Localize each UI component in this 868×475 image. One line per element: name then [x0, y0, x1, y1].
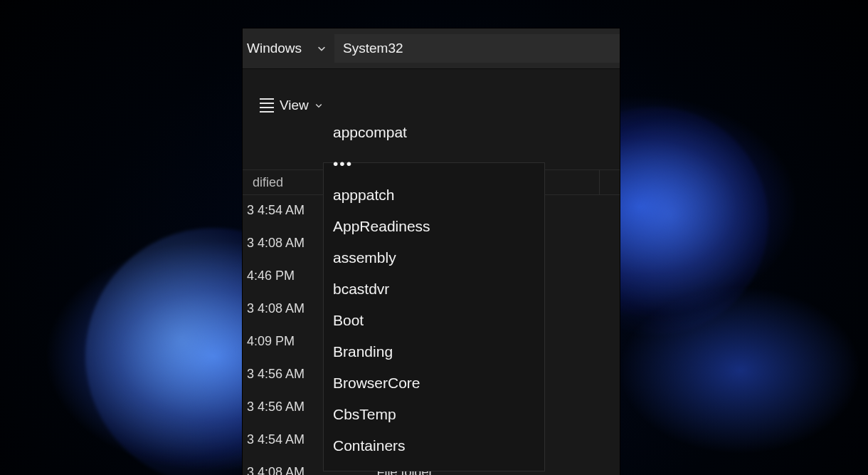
- view-button[interactable]: View: [243, 93, 327, 118]
- cell-modified: 3 4:54 AM: [243, 203, 330, 218]
- folder-dropdown-item[interactable]: AppReadiness: [333, 211, 538, 242]
- file-explorer-window: Windows System32 View dified Type Size 3…: [243, 28, 620, 475]
- cell-modified: 3 4:54 AM: [243, 432, 330, 447]
- list-icon: [260, 98, 274, 113]
- breadcrumb-current[interactable]: System32: [334, 28, 413, 68]
- cell-modified: 3 4:08 AM: [243, 236, 330, 251]
- folder-dropdown-item[interactable]: Boot: [333, 305, 538, 336]
- cell-modified: 4:09 PM: [243, 334, 330, 349]
- folder-dropdown-item[interactable]: Containers: [333, 430, 538, 461]
- chevron-down-icon[interactable]: [312, 37, 332, 60]
- breadcrumb-current-area[interactable]: System32: [334, 34, 620, 63]
- cell-modified: 3 4:56 AM: [243, 400, 330, 414]
- folder-dropdown-panel[interactable]: appcompat•••apppatchAppReadinessassembly…: [326, 113, 542, 469]
- folder-dropdown-item[interactable]: apppatch: [333, 179, 538, 211]
- folder-dropdown-item[interactable]: assembly: [333, 242, 538, 273]
- cell-modified: 3 4:56 AM: [243, 367, 330, 382]
- cell-modified: 3 4:08 AM: [243, 301, 330, 316]
- more-button[interactable]: •••: [333, 148, 538, 179]
- folder-dropdown-item[interactable]: Branding: [333, 336, 538, 367]
- col-spacer: [600, 170, 620, 194]
- breadcrumb-parent[interactable]: Windows: [243, 28, 312, 68]
- folder-dropdown-item[interactable]: appcompat: [333, 117, 538, 148]
- cell-modified: 4:46 PM: [243, 268, 330, 283]
- chevron-down-icon: [314, 98, 323, 113]
- folder-dropdown-item[interactable]: bcastdvr: [333, 273, 538, 305]
- folder-dropdown-item[interactable]: CbsTemp: [333, 399, 538, 430]
- cell-modified: 3 4:08 AM: [243, 465, 330, 476]
- address-bar[interactable]: Windows System32: [243, 28, 620, 69]
- folder-dropdown-item[interactable]: BrowserCore: [333, 367, 538, 399]
- view-label: View: [280, 98, 309, 113]
